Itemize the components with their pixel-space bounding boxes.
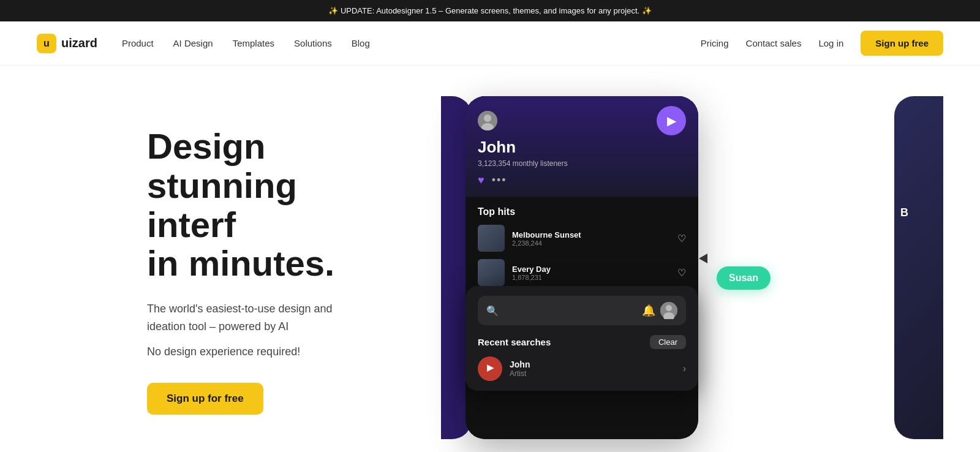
logo-text: uizard <box>61 36 97 50</box>
logo-link[interactable]: u uizard <box>37 34 97 53</box>
nav-links-right: Pricing Contact sales Log in Sign up fre… <box>701 31 943 56</box>
recent-item-info: John Artist <box>510 360 676 378</box>
hero-title-line2: interf <box>147 205 236 244</box>
track-name-1: Melbourne Sunset <box>512 230 670 239</box>
track-heart-2[interactable]: ♡ <box>677 267 686 279</box>
hero-title-line1: Design stunning <box>147 126 297 205</box>
banner-text: ✨ UPDATE: Autodesigner 1.5 – Generate sc… <box>328 6 651 15</box>
recent-item-name: John <box>510 360 676 369</box>
recent-item-type: Artist <box>510 369 676 378</box>
recent-header: Recent searches Clear <box>478 335 686 349</box>
nav-links-left: Product AI Design Templates Solutions Bl… <box>122 38 701 48</box>
svg-text:▶: ▶ <box>487 363 494 372</box>
recent-searches-title: Recent searches <box>478 337 551 347</box>
susan-bubble: Susan <box>717 266 771 290</box>
user-avatar-search <box>660 302 677 319</box>
nav-product[interactable]: Product <box>122 38 154 48</box>
track-thumb-1 <box>478 225 505 252</box>
hero-title-line3: in minutes. <box>147 243 334 283</box>
track-name-2: Every Day <box>512 265 670 274</box>
chevron-right-icon: › <box>683 363 686 374</box>
phone-right-text: B <box>900 206 908 219</box>
track-info-2: Every Day 1,878,231 <box>512 265 670 281</box>
heart-icon[interactable]: ♥ <box>478 174 484 187</box>
nav-ai-design[interactable]: AI Design <box>173 38 213 48</box>
nav-solutions[interactable]: Solutions <box>294 38 332 48</box>
recent-item[interactable]: ▶ John Artist › <box>478 356 686 381</box>
search-panel: 🔍 🔔 Recent searches Clear ▶ John Artist <box>466 286 698 391</box>
hero-title: Design stunning interf in minutes. <box>147 127 404 283</box>
hero-subtitle3: No design experience required! <box>147 345 404 358</box>
svg-point-4 <box>666 305 672 311</box>
navbar: u uizard Product AI Design Templates Sol… <box>0 21 980 66</box>
nav-login[interactable]: Log in <box>818 38 843 48</box>
hero-content: Design stunning interf in minutes. The w… <box>147 102 404 415</box>
search-icon: 🔍 <box>486 305 499 317</box>
nav-templates[interactable]: Templates <box>233 38 274 48</box>
cursor-pointer <box>699 254 707 263</box>
notification-icon[interactable]: 🔔 <box>642 304 655 317</box>
artist-listeners: 3,123,354 monthly listeners <box>478 159 686 168</box>
track-heart-1[interactable]: ♡ <box>677 233 686 244</box>
recent-item-avatar: ▶ <box>478 356 502 381</box>
phone-right-partial: B <box>894 96 943 439</box>
nav-blog[interactable]: Blog <box>352 38 370 48</box>
track-plays-1: 2,238,244 <box>512 239 670 247</box>
track-item-1: Melbourne Sunset 2,238,244 ♡ <box>478 225 686 252</box>
artist-avatar <box>478 111 497 130</box>
clear-button[interactable]: Clear <box>650 335 686 349</box>
track-thumb-2 <box>478 259 505 286</box>
svg-point-1 <box>484 115 491 122</box>
nav-contact-sales[interactable]: Contact sales <box>746 38 802 48</box>
track-info-1: Melbourne Sunset 2,238,244 <box>512 230 670 247</box>
top-hits-title: Top hits <box>478 206 686 217</box>
hero-mockups: ▶ John 3,123,354 monthly listeners ♥ •••… <box>441 102 943 452</box>
search-bar[interactable]: 🔍 🔔 <box>478 296 686 325</box>
hero-section: Design stunning interf in minutes. The w… <box>0 66 980 452</box>
logo-icon: u <box>37 34 56 53</box>
artist-name: John <box>478 138 686 157</box>
hero-subtitle1: The world's easiest-to-use design and id… <box>147 300 404 336</box>
play-button-large[interactable]: ▶ <box>657 106 686 135</box>
nav-pricing[interactable]: Pricing <box>701 38 729 48</box>
artist-header: ▶ John 3,123,354 monthly listeners ♥ ••• <box>466 96 698 197</box>
track-item-2: Every Day 1,878,231 ♡ <box>478 259 686 286</box>
track-plays-2: 1,878,231 <box>512 274 670 281</box>
more-options-icon[interactable]: ••• <box>492 174 507 187</box>
announcement-banner: ✨ UPDATE: Autodesigner 1.5 – Generate sc… <box>0 0 980 21</box>
hero-cta-button[interactable]: Sign up for free <box>147 383 263 415</box>
signup-button[interactable]: Sign up free <box>861 31 943 56</box>
